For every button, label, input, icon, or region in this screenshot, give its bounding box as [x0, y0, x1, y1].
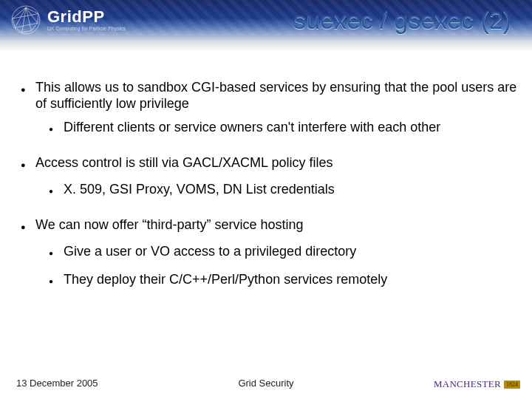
bullet-dot-icon: ● — [21, 80, 28, 112]
bullet-dot-icon: ● — [49, 182, 56, 201]
footer-university: MANCHESTER 1824 — [434, 378, 520, 390]
bullet-dot-icon: ● — [49, 272, 56, 291]
university-name: MANCHESTER — [434, 378, 501, 390]
footer-date: 13 December 2005 — [16, 378, 98, 389]
bullet-2-text: Access control is still via GACL/XACML p… — [35, 155, 520, 174]
bullet-1a-text: Different clients or service owners can'… — [64, 120, 520, 139]
bullet-1: ● This allows us to sandbox CGI-based se… — [21, 80, 520, 112]
footer: 13 December 2005 Grid Security MANCHESTE… — [0, 378, 532, 389]
bullet-3b-text: They deploy their C/C++/Perl/Python serv… — [64, 272, 520, 291]
slide: GridPP UK Computing for Particle Physics… — [0, 0, 532, 399]
svg-line-0 — [13, 7, 26, 18]
bullet-3-text: We can now offer “third-party” service h… — [35, 217, 520, 236]
bullet-dot-icon: ● — [49, 244, 56, 263]
brand-logo: GridPP UK Computing for Particle Physics — [10, 4, 126, 35]
bullet-2a: ● X. 509, GSI Proxy, VOMS, DN List crede… — [49, 182, 520, 201]
bullet-3b: ● They deploy their C/C++/Perl/Python se… — [49, 272, 520, 291]
bullet-dot-icon: ● — [21, 217, 28, 236]
svg-line-12 — [38, 14, 38, 24]
bullet-1-text: This allows us to sandbox CGI-based serv… — [35, 80, 520, 112]
brand-tagline: UK Computing for Particle Physics — [47, 27, 126, 32]
bullet-dot-icon: ● — [21, 155, 28, 174]
bullet-1a: ● Different clients or service owners ca… — [49, 120, 520, 139]
svg-line-6 — [13, 14, 38, 18]
svg-line-10 — [22, 31, 32, 33]
bullet-3a: ● Give a user or VO access to a privileg… — [49, 244, 520, 263]
bullet-dot-icon: ● — [49, 120, 56, 139]
brand-name: GridPP — [47, 9, 126, 25]
svg-point-13 — [12, 6, 40, 34]
slide-title: suexec / gsexec (2) — [293, 6, 511, 35]
bullet-3: ● We can now offer “third-party” service… — [21, 217, 520, 236]
bullet-2a-text: X. 509, GSI Proxy, VOMS, DN List credent… — [64, 182, 520, 201]
slide-content: ● This allows us to sandbox CGI-based se… — [21, 80, 520, 300]
gridpp-logo-icon — [10, 4, 41, 35]
university-year: 1824 — [504, 381, 520, 389]
bullet-3a-text: Give a user or VO access to a privileged… — [64, 244, 520, 263]
svg-line-8 — [13, 18, 15, 28]
bullet-2: ● Access control is still via GACL/XACML… — [21, 155, 520, 174]
